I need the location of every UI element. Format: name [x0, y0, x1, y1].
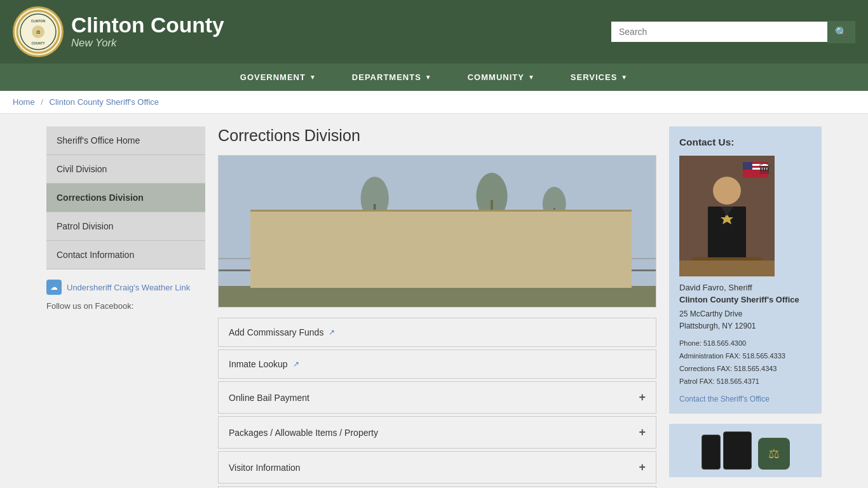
accordion-add-commissary-header[interactable]: Add Commissary Funds ↗: [219, 318, 656, 346]
logo-area: CLINTON COUNTY ⚖ Clinton County New York: [13, 6, 224, 57]
accordion-inmate-lookup: Inmate Lookup ↗: [218, 349, 656, 379]
svg-rect-41: [679, 261, 775, 276]
chevron-down-icon: ▼: [425, 74, 432, 81]
main-container: Sheriff's Office Home Civil Division Cor…: [34, 126, 834, 488]
svg-rect-20: [531, 235, 550, 251]
nav-item-government[interactable]: GOVERNMENT ▼: [222, 64, 334, 91]
sidebar-item-contact-info[interactable]: Contact Information: [46, 241, 205, 269]
contact-org-name: Clinton County Sheriff's Office: [679, 295, 811, 304]
sidebar-item-corrections-division[interactable]: Corrections Division: [46, 184, 205, 212]
county-seal: CLINTON COUNTY ⚖: [13, 6, 64, 57]
sheriff-photo: [679, 156, 775, 276]
accordion-bail-payment: Online Bail Payment +: [218, 381, 656, 414]
right-sidebar: Contact Us:: [669, 126, 822, 488]
tablet-icon: [723, 431, 752, 470]
svg-rect-21: [558, 235, 578, 251]
search-button[interactable]: 🔍: [827, 21, 855, 43]
weather-icon: ☁: [46, 280, 62, 295]
app-logo-icon: ⚖: [758, 438, 790, 470]
svg-rect-16: [297, 231, 313, 247]
accordion-visitor-info: Visitor Information +: [218, 451, 656, 484]
svg-rect-22: [585, 235, 601, 251]
svg-rect-11: [266, 224, 344, 294]
nav-item-community[interactable]: COMMUNITY ▼: [450, 64, 553, 91]
svg-point-36: [713, 177, 741, 205]
svg-rect-10: [257, 212, 616, 219]
nav-item-services[interactable]: SERVICES ▼: [553, 64, 646, 91]
svg-rect-14: [523, 227, 609, 298]
breadcrumb-current-link[interactable]: Clinton County Sheriff's Office: [50, 97, 159, 107]
weather-link-area: ☁ Undersheriff Craig's Weather Link: [46, 280, 205, 295]
svg-text:COUNTY: COUNTY: [31, 41, 45, 45]
app-box: ⚖: [669, 424, 822, 477]
contact-link-area: Contact the Sheriff's Office: [679, 393, 811, 403]
page-title: Corrections Division: [218, 126, 656, 145]
contact-phones: Phone: 518.565.4300 Administration FAX: …: [679, 337, 811, 388]
svg-text:CLINTON: CLINTON: [31, 19, 46, 23]
svg-rect-8: [219, 294, 656, 307]
chevron-down-icon: ▼: [528, 74, 535, 81]
chevron-down-icon: ▼: [621, 74, 628, 81]
external-link-icon: ↗: [293, 360, 299, 369]
contact-address: 25 McCarthy Drive Plattsburgh, NY 12901: [679, 308, 811, 332]
svg-rect-35: [743, 162, 752, 170]
contact-heading: Contact Us:: [679, 137, 811, 148]
app-phones-display: ⚖: [702, 431, 790, 470]
search-area: 🔍: [611, 21, 855, 43]
expand-icon: +: [639, 391, 646, 404]
svg-rect-7: [219, 286, 656, 307]
svg-rect-13: [421, 220, 515, 294]
sidebar-item-civil-division[interactable]: Civil Division: [46, 155, 205, 184]
chevron-down-icon: ▼: [309, 74, 316, 81]
weather-link[interactable]: Undersheriff Craig's Weather Link: [67, 283, 190, 292]
facebook-follow-text: Follow us on Facebook:: [46, 301, 205, 311]
expand-icon: +: [639, 461, 646, 474]
sidebar-item-sheriffs-home[interactable]: Sheriff's Office Home: [46, 126, 205, 155]
contact-person-name: David Favro, Sheriff: [679, 283, 811, 292]
accordion-container: Add Commissary Funds ↗ Inmate Lookup ↗ O…: [218, 318, 656, 488]
svg-rect-19: [468, 227, 492, 247]
svg-rect-9: [257, 215, 616, 297]
svg-point-30: [361, 177, 389, 220]
nav-item-departments[interactable]: DEPARTMENTS ▼: [334, 64, 450, 91]
accordion-inmate-lookup-header[interactable]: Inmate Lookup ↗: [219, 350, 656, 378]
main-navigation: GOVERNMENT ▼ DEPARTMENTS ▼ COMMUNITY ▼ S…: [0, 64, 868, 91]
svg-text:⚖: ⚖: [36, 30, 41, 34]
svg-point-26: [476, 173, 507, 220]
contact-sheriffs-office-link[interactable]: Contact the Sheriff's Office: [679, 395, 770, 403]
svg-rect-6: [219, 156, 656, 307]
svg-rect-12: [351, 231, 414, 294]
accordion-visitor-info-header[interactable]: Visitor Information +: [219, 452, 656, 483]
building-image: [218, 155, 656, 308]
sidebar-item-patrol-division[interactable]: Patrol Division: [46, 212, 205, 241]
accordion-packages-header[interactable]: Packages / Allowable Items / Property +: [219, 417, 656, 448]
accordion-add-commissary: Add Commissary Funds ↗: [218, 318, 656, 347]
main-content: Corrections Division: [218, 126, 656, 488]
breadcrumb: Home / Clinton County Sheriff's Office: [0, 91, 868, 114]
site-header: CLINTON COUNTY ⚖ Clinton County New York…: [0, 0, 868, 64]
sidebar: Sheriff's Office Home Civil Division Cor…: [46, 126, 205, 488]
svg-rect-18: [437, 227, 461, 247]
svg-rect-15: [273, 231, 289, 247]
breadcrumb-home-link[interactable]: Home: [13, 97, 35, 107]
svg-rect-17: [320, 231, 336, 247]
contact-box: Contact Us:: [669, 126, 822, 414]
expand-icon: +: [639, 426, 646, 439]
sidebar-extra: ☁ Undersheriff Craig's Weather Link Foll…: [46, 280, 205, 311]
external-link-icon: ↗: [329, 328, 335, 337]
phone-icon: [702, 435, 721, 470]
site-title: Clinton County New York: [71, 14, 224, 49]
search-input[interactable]: [611, 22, 827, 42]
accordion-bail-payment-header[interactable]: Online Bail Payment +: [219, 382, 656, 413]
svg-point-28: [543, 187, 566, 221]
accordion-packages: Packages / Allowable Items / Property +: [218, 416, 656, 449]
